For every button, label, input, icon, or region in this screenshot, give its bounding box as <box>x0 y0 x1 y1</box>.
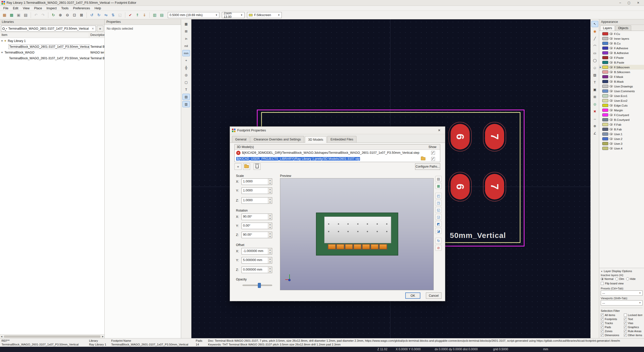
layer-row[interactable]: ▶ B.Cu <box>599 41 644 46</box>
view-back-icon[interactable]: ◳ <box>435 200 442 206</box>
undo-icon[interactable]: ↶ <box>33 12 39 18</box>
refresh-preview-icon[interactable]: ↻ <box>435 238 442 244</box>
rotation-y-field[interactable]: 0.00°▲▼ <box>242 223 272 229</box>
dialog-tab[interactable]: Clearance Overrides and Settings <box>250 136 304 142</box>
zoom-select[interactable]: Zoom 13.00▼ <box>222 12 245 18</box>
presets-select[interactable]: ---▼ <box>601 290 642 296</box>
draw-circle-icon[interactable]: ◯ <box>591 57 598 64</box>
delete-tool-icon[interactable]: ✖ <box>591 108 598 115</box>
add-dimension-icon[interactable]: ↔ <box>591 116 598 122</box>
view-top-icon[interactable]: ◩ <box>435 221 442 227</box>
spin-up-icon[interactable]: ▲ <box>268 257 272 260</box>
spin-down-icon[interactable]: ▼ <box>268 191 272 194</box>
filter-checkbox[interactable] <box>624 322 627 325</box>
view-right-icon[interactable]: ◲ <box>435 214 442 220</box>
layer-color-swatch[interactable] <box>602 51 608 55</box>
filter-checkbox[interactable] <box>624 318 627 321</box>
selection-filter-item[interactable]: Pads <box>601 326 624 329</box>
layer-color-swatch[interactable] <box>602 70 608 74</box>
rotate-cw-icon[interactable]: ↻ <box>96 12 102 18</box>
rotation-x-field[interactable]: 90.00°▲▼ <box>242 214 272 220</box>
filter-checkbox[interactable] <box>601 326 604 329</box>
dialog-tab[interactable]: 3D Models <box>305 136 327 143</box>
add-table-icon[interactable]: ⊞ <box>591 94 598 100</box>
layer-color-swatch[interactable] <box>602 37 608 40</box>
filter-checkbox[interactable] <box>601 318 604 321</box>
filter-checkbox[interactable] <box>601 330 604 333</box>
pad[interactable]: 7 <box>485 124 504 149</box>
library-search-box[interactable]: ▼ ✕ <box>1 26 96 32</box>
filter-checkbox[interactable] <box>601 322 604 325</box>
opacity-slider-handle[interactable] <box>258 283 261 288</box>
cancel-button[interactable]: Cancel <box>426 292 441 299</box>
menu-item[interactable]: Help <box>92 6 103 11</box>
spin-down-icon[interactable]: ▼ <box>268 235 272 238</box>
create-footprint-wizard-icon[interactable]: ▩ <box>8 12 15 18</box>
flip-board-view-checkbox[interactable] <box>601 282 604 285</box>
column-description[interactable]: Description <box>89 33 104 38</box>
library-tree-item[interactable]: TerminalBlock_WAGO_2601-3107_1x07_P3.50m… <box>0 55 104 61</box>
sketch-graphics-icon[interactable]: ▢ <box>182 79 190 85</box>
select-tool-icon[interactable]: ↖ <box>591 21 598 27</box>
minimize-button[interactable]: – <box>619 1 621 5</box>
libraries-panel-toggle-icon[interactable]: ▥ <box>182 101 190 107</box>
layer-color-swatch[interactable] <box>602 118 608 121</box>
dialog-close-icon[interactable]: ✕ <box>435 128 443 132</box>
scroll-left-icon[interactable]: ◀ <box>0 335 3 338</box>
layer-visibility-eye-icon[interactable] <box>610 138 613 140</box>
layer-visibility-eye-icon[interactable] <box>610 128 613 130</box>
layer-color-swatch[interactable] <box>602 113 608 117</box>
layer-color-swatch[interactable] <box>602 99 608 102</box>
layer-color-swatch[interactable] <box>602 56 608 59</box>
layer-row[interactable]: ▶ User.Drawings <box>599 84 644 89</box>
3d-preview-viewport[interactable] <box>280 178 434 290</box>
pad[interactable]: 7 <box>485 174 504 199</box>
layer-visibility-eye-icon[interactable] <box>610 90 613 92</box>
update-footprint-icon[interactable]: ⇑ <box>134 12 141 18</box>
zoom-in-icon[interactable]: ⊕ <box>57 12 64 18</box>
flip-board-view-option[interactable]: Flip board view <box>601 282 642 285</box>
spin-up-icon[interactable]: ▲ <box>268 248 272 251</box>
layer-row[interactable]: ▶ Margin <box>599 108 644 113</box>
library-tree-item[interactable]: ▼ TerminalBlock_WAGO WAGO term <box>0 49 104 55</box>
spin-down-icon[interactable]: ▼ <box>268 217 272 220</box>
layer-row[interactable]: ▶ User.4 <box>599 146 644 151</box>
view-bottom-icon[interactable]: ◪ <box>435 228 442 234</box>
radio-icon[interactable] <box>615 277 618 280</box>
layer-row[interactable]: ▶ F.Mask <box>599 74 644 79</box>
ok-button[interactable]: OK <box>405 292 420 299</box>
layer-row[interactable]: ▶ F.Fab <box>599 122 644 127</box>
layer-visibility-eye-icon[interactable] <box>610 133 613 135</box>
layer-row[interactable]: ▶ B.Mask <box>599 79 644 84</box>
layer-color-swatch[interactable] <box>602 75 608 78</box>
spin-up-icon[interactable]: ▲ <box>268 179 272 182</box>
filter-checkbox[interactable] <box>624 326 627 329</box>
spin-down-icon[interactable]: ▼ <box>268 251 272 254</box>
view-front-icon[interactable]: ◰ <box>435 193 442 199</box>
dialog-tab[interactable]: General <box>232 136 250 142</box>
layer-color-swatch[interactable] <box>602 46 608 50</box>
layer-row[interactable]: ▶ F.Adhesive <box>599 46 644 51</box>
library-tree-item[interactable]: ▼ ★ Ray Library 1 <box>0 38 104 44</box>
layer-visibility-eye-icon[interactable] <box>610 147 613 149</box>
filter-checkbox[interactable] <box>601 334 604 337</box>
layer-visibility-eye-icon[interactable] <box>610 76 613 78</box>
draw-rectangle-icon[interactable]: ▭ <box>591 50 598 56</box>
sketch-pads-icon[interactable]: ◎ <box>182 72 190 78</box>
menu-item[interactable]: Inspect <box>44 6 59 11</box>
export-footprint-icon[interactable]: ▤ <box>158 12 165 18</box>
draw-line-icon[interactable]: ╱ <box>591 35 598 42</box>
viewports-select[interactable]: ---▼ <box>601 300 642 306</box>
grid-origin-icon[interactable]: ⊕ <box>591 123 598 129</box>
layer-row[interactable]: ▶ Inner layers <box>599 36 644 41</box>
layer-row[interactable]: ▶ F.Cu <box>599 31 644 36</box>
layer-visibility-eye-icon[interactable] <box>610 71 613 73</box>
spin-up-icon[interactable]: ▲ <box>268 188 272 191</box>
layer-visibility-eye-icon[interactable] <box>610 95 613 97</box>
mirror-horizontal-icon[interactable]: ⇋ <box>103 12 109 18</box>
library-filter-button[interactable]: ≡ <box>97 26 103 32</box>
separator[interactable] <box>48 12 48 18</box>
inactive-layers-radio[interactable]: Dim <box>615 277 624 280</box>
selection-filter-item[interactable]: Dimensions <box>601 334 624 337</box>
layer-color-swatch[interactable] <box>602 128 608 131</box>
